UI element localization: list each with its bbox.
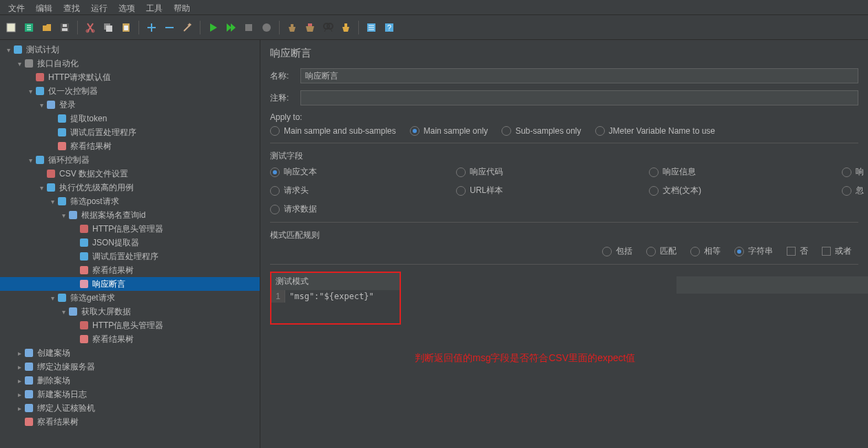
field-option[interactable]: 忽 — [842, 185, 868, 196]
tree-item[interactable]: 察看结果树 — [0, 415, 260, 429]
stop-icon[interactable] — [240, 19, 257, 36]
pattern-option[interactable]: 包括 — [602, 245, 632, 257]
pattern-rule-label: 模式匹配规则 — [270, 230, 858, 241]
help-icon[interactable]: ? — [381, 19, 397, 36]
tree-item[interactable]: 察看结果树 — [0, 139, 260, 153]
menu-工具[interactable]: 工具 — [141, 1, 168, 13]
add-icon[interactable] — [143, 19, 160, 36]
menu-运行[interactable]: 运行 — [85, 1, 113, 13]
new-icon[interactable] — [3, 19, 19, 36]
expand-icon[interactable]: ▸ — [15, 405, 23, 412]
svg-rect-31 — [69, 211, 77, 219]
tree-item[interactable]: ▸绑定边缘服务器 — [0, 360, 260, 374]
tree-item[interactable]: ▾接口自动化 — [0, 57, 260, 70]
reset-search-icon[interactable] — [338, 19, 354, 36]
expand-icon[interactable]: ▾ — [15, 60, 23, 68]
tree-item[interactable]: ▾筛选get请求 — [0, 291, 260, 305]
template-icon[interactable] — [21, 19, 37, 36]
tree-item[interactable]: 察看结果树 — [0, 263, 260, 277]
expand-icon[interactable]: ▾ — [48, 198, 56, 205]
paste-icon[interactable] — [118, 19, 134, 36]
expand-icon[interactable]: ▾ — [26, 88, 34, 95]
apply-radio[interactable]: Sub-samples only — [502, 126, 581, 136]
pattern-option[interactable]: 否 — [787, 245, 808, 257]
tree-item[interactable]: HTTP信息头管理器 — [0, 318, 260, 332]
tree-item[interactable]: ▾循环控制器 — [0, 153, 260, 167]
search-icon[interactable] — [320, 19, 336, 36]
tree-item[interactable]: 调试后置处理程序 — [0, 125, 260, 139]
field-option[interactable]: 请求数据 — [270, 203, 456, 215]
clear-icon[interactable] — [284, 19, 300, 36]
field-option[interactable]: 响应代码 — [456, 166, 649, 178]
expand-icon[interactable]: ▸ — [15, 391, 23, 398]
field-option[interactable]: URL样本 — [456, 185, 649, 196]
shutdown-icon[interactable] — [258, 19, 275, 36]
tree-item[interactable]: ▾执行优先级高的用例 — [0, 181, 260, 194]
pattern-option[interactable]: 字符串 — [734, 245, 773, 257]
comment-input[interactable] — [300, 90, 858, 105]
apply-radio[interactable]: JMeter Variable Name to use — [595, 126, 716, 136]
assertion-panel: 响应断言 名称: 注释: Apply to: Main sample and s… — [260, 40, 868, 448]
menu-文件[interactable]: 文件 — [3, 1, 30, 13]
tree-item[interactable]: HTTP信息头管理器 — [0, 222, 260, 236]
copy-icon[interactable] — [100, 19, 116, 36]
pattern-option[interactable]: 或者 — [822, 245, 851, 257]
expand-icon[interactable]: ▾ — [4, 46, 12, 54]
run-icon[interactable] — [205, 19, 221, 36]
expand-icon[interactable]: ▾ — [37, 184, 45, 192]
expand-icon[interactable]: ▸ — [15, 363, 23, 371]
name-input[interactable] — [300, 68, 858, 83]
tree-item[interactable]: ▾测试计划 — [0, 43, 260, 57]
tree-item[interactable]: ▾根据案场名查询id — [0, 208, 260, 222]
svg-rect-8 — [106, 26, 112, 32]
node-icon — [23, 389, 34, 400]
run-no-pause-icon[interactable] — [223, 19, 239, 36]
field-option[interactable]: 请求头 — [270, 185, 456, 196]
menu-选项[interactable]: 选项 — [113, 1, 141, 13]
expand-icon[interactable]: ▾ — [37, 101, 45, 109]
field-option[interactable]: 响应文本 — [270, 166, 456, 178]
expand-icon[interactable]: ▸ — [15, 377, 23, 385]
tree-item[interactable]: 响应断言 — [0, 277, 260, 291]
pattern-option[interactable]: 相等 — [690, 245, 721, 257]
tree-item[interactable]: ▾获取大屏数据 — [0, 305, 260, 318]
svg-rect-25 — [58, 128, 66, 136]
test-plan-tree[interactable]: ▾测试计划▾接口自动化HTTP请求默认值▾仅一次控制器▾登录提取token调试后… — [0, 40, 260, 448]
expand-icon[interactable]: ▸ — [15, 349, 23, 357]
clear-all-icon[interactable] — [302, 19, 318, 36]
tree-label: 登录 — [59, 99, 76, 111]
tree-item[interactable]: ▸绑定人证核验机 — [0, 401, 260, 415]
pattern-option[interactable]: 匹配 — [646, 245, 676, 257]
tree-item[interactable]: ▾筛选post请求 — [0, 194, 260, 208]
expand-icon[interactable]: ▾ — [26, 156, 34, 164]
tree-item[interactable]: ▸创建案场 — [0, 346, 260, 360]
menu-编辑[interactable]: 编辑 — [30, 1, 58, 13]
apply-radio[interactable]: Main sample and sub-samples — [270, 126, 396, 136]
save-icon[interactable] — [56, 19, 73, 36]
pattern-value[interactable]: "msg":"${expect}" — [285, 290, 378, 303]
tree-item[interactable]: ▾仅一次控制器 — [0, 84, 260, 98]
tree-item[interactable]: 调试后置处理程序 — [0, 250, 260, 263]
expand-icon[interactable]: ▾ — [59, 308, 68, 316]
tree-item[interactable]: ▸新建案场日志 — [0, 387, 260, 401]
tree-item[interactable]: CSV 数据文件设置 — [0, 167, 260, 181]
wand-icon[interactable] — [179, 19, 196, 36]
cut-icon[interactable] — [82, 19, 99, 36]
open-icon[interactable] — [39, 19, 55, 36]
menu-查找[interactable]: 查找 — [58, 1, 85, 13]
field-option[interactable]: 文档(文本) — [649, 185, 842, 196]
remove-icon[interactable] — [161, 19, 178, 36]
function-icon[interactable] — [363, 19, 380, 36]
expand-icon[interactable]: ▾ — [59, 212, 68, 219]
tree-item[interactable]: JSON提取器 — [0, 236, 260, 250]
field-option[interactable]: 响 — [842, 166, 868, 178]
expand-icon[interactable]: ▾ — [48, 294, 56, 302]
apply-radio[interactable]: Main sample only — [410, 126, 488, 136]
tree-item[interactable]: 提取token — [0, 112, 260, 125]
menu-帮助[interactable]: 帮助 — [168, 1, 196, 13]
tree-item[interactable]: HTTP请求默认值 — [0, 70, 260, 84]
field-option[interactable]: 响应信息 — [649, 166, 842, 178]
tree-item[interactable]: ▾登录 — [0, 98, 260, 112]
tree-item[interactable]: 察看结果树 — [0, 332, 260, 346]
tree-item[interactable]: ▸删除案场 — [0, 374, 260, 387]
